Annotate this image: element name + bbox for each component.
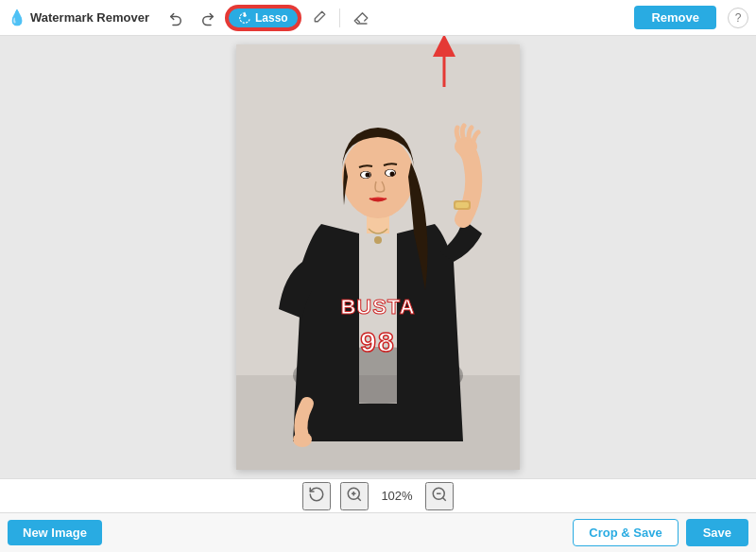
svg-point-23 (293, 432, 312, 447)
help-button[interactable]: ? (728, 8, 748, 28)
save-button[interactable]: Save (686, 519, 748, 546)
app-title: 💧 Watermark Remover (8, 9, 149, 26)
svg-point-12 (366, 173, 370, 178)
app-icon: 💧 (8, 9, 26, 26)
footer-bar: New Image Crop & Save Save (0, 512, 756, 552)
photo-display: BUSTA BUSTA 98 98 (236, 44, 520, 470)
eraser-tool-button[interactable] (348, 7, 374, 29)
remove-button[interactable]: Remove (634, 6, 716, 29)
lasso-tool-button[interactable]: Lasso (227, 7, 300, 29)
toolbar: 💧 Watermark Remover Lasso (0, 0, 756, 36)
crop-save-button[interactable]: Crop & Save (573, 519, 678, 546)
undo-button[interactable] (163, 7, 189, 29)
new-image-button[interactable]: New Image (8, 520, 102, 545)
svg-line-29 (442, 497, 445, 500)
main-canvas-area: BUSTA BUSTA 98 98 (0, 36, 756, 478)
image-container: BUSTA BUSTA 98 98 (236, 44, 520, 470)
zoom-out-button[interactable] (425, 482, 454, 510)
zoom-in-button[interactable] (340, 482, 369, 510)
svg-text:BUSTA: BUSTA (340, 295, 415, 319)
zoom-reset-button[interactable] (302, 482, 331, 510)
svg-text:98: 98 (360, 326, 395, 357)
redo-button[interactable] (195, 7, 221, 29)
zoom-level-display: 102% (378, 489, 416, 503)
svg-point-7 (342, 135, 414, 218)
svg-line-25 (357, 497, 360, 500)
svg-point-13 (390, 172, 395, 177)
pen-tool-button[interactable] (305, 7, 332, 29)
lasso-label: Lasso (255, 11, 288, 25)
zoom-bar: 102% (0, 478, 756, 512)
app-title-text: Watermark Remover (30, 10, 149, 25)
svg-point-21 (374, 236, 382, 244)
toolbar-separator (339, 9, 340, 27)
svg-rect-16 (455, 202, 469, 208)
footer-right-actions: Crop & Save Save (573, 519, 748, 546)
